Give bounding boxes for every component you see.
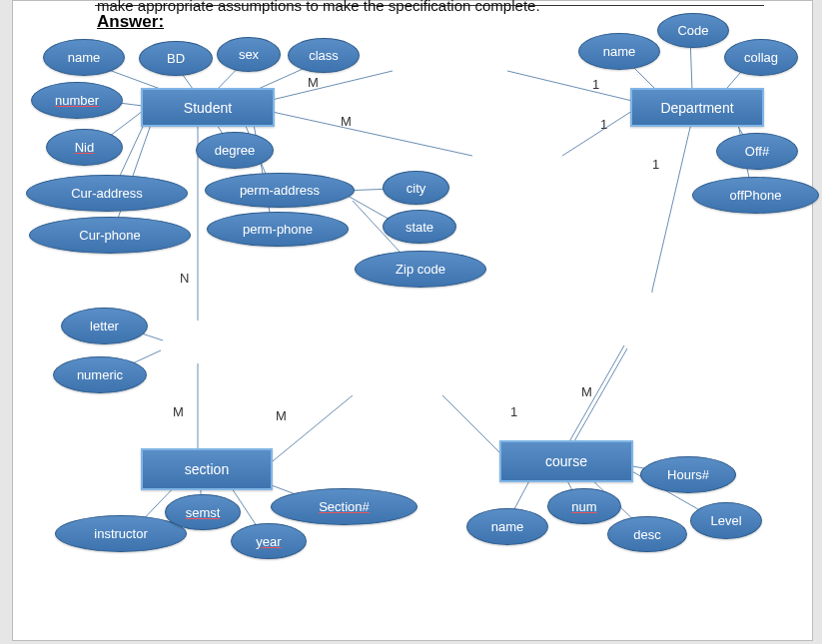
card-course-has: 1: [510, 404, 517, 419]
card-student-grade: N: [180, 271, 189, 286]
attr-student-cur-phone: Cur-phone: [29, 217, 191, 254]
attr-dept-off: Off#: [716, 133, 798, 170]
card-section-has: M: [276, 408, 287, 423]
svg-line-14: [268, 71, 393, 101]
attr-student-number: number: [31, 82, 123, 119]
attr-course-num: num: [547, 488, 621, 524]
attr-student-name: name: [43, 39, 125, 76]
card-section-grade: M: [173, 404, 184, 419]
card-student-major: M: [341, 114, 352, 129]
entity-course: course: [499, 440, 633, 482]
attr-student-cur-address: Cur-address: [26, 175, 188, 212]
attr-grade-numeric: numeric: [53, 356, 147, 393]
attr-dept-code: Code: [657, 13, 729, 48]
card-student-minor: M: [308, 75, 319, 90]
svg-line-16: [268, 111, 472, 156]
entity-department: Department: [630, 88, 764, 127]
attr-student-perm-address: perm-address: [205, 173, 355, 208]
attr-grade-letter: letter: [61, 308, 148, 344]
rel-has-major: Has major: [465, 119, 565, 194]
answer-heading: Answer:: [97, 12, 164, 32]
card-dept-major: 1: [600, 117, 607, 132]
rel-belong-to: Belong to: [579, 279, 671, 353]
attr-section-year: year: [231, 523, 307, 559]
er-diagram-page: make appropriate assumptions to make the…: [12, 0, 813, 641]
attr-student-degree: degree: [196, 132, 274, 169]
card-dept-minor: 1: [592, 77, 599, 92]
attr-dept-name: name: [578, 33, 660, 70]
attr-dept-offphone: offPhone: [692, 177, 819, 214]
attr-student-bd: BD: [139, 41, 213, 76]
svg-line-17: [562, 111, 632, 156]
svg-line-23: [652, 119, 692, 291]
attr-student-class: class: [288, 38, 360, 73]
attr-section-num: Section#: [271, 488, 417, 525]
attr-course-hours: Hours#: [640, 456, 736, 493]
attr-student-nid: Nid: [46, 129, 123, 166]
attr-city: city: [383, 171, 449, 205]
attr-zip: Zip code: [355, 251, 486, 288]
attr-course-name: name: [466, 508, 548, 545]
card-course-belong: M: [581, 384, 592, 399]
attr-section-semst: semst: [165, 494, 241, 530]
attr-course-level: Level: [690, 502, 762, 539]
svg-line-26: [570, 348, 627, 448]
svg-line-25: [567, 345, 624, 445]
attr-student-sex: sex: [217, 37, 281, 72]
attr-student-perm-phone: perm-phone: [207, 212, 349, 247]
attr-section-instructor: instructor: [55, 515, 187, 552]
attr-state: state: [383, 210, 456, 244]
attr-course-desc: desc: [607, 516, 687, 552]
rel-has-minor: Has minor: [395, 33, 504, 111]
card-dept-belong: 1: [652, 157, 659, 172]
rel-has: has: [333, 350, 462, 430]
rel-grade: grade: [139, 304, 259, 383]
svg-line-15: [507, 71, 632, 101]
attr-dept-collag: collag: [724, 39, 798, 76]
entity-section: section: [141, 448, 273, 490]
entity-student: Student: [141, 88, 275, 127]
